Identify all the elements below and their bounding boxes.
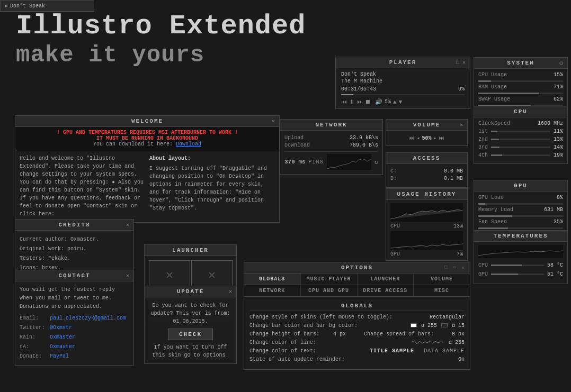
tab-drive-access[interactable]: DRIVE ACCESS [358,285,414,296]
options-header-icons: □ ○ ✕ [444,265,466,271]
player-vol-up[interactable]: ▲ [393,99,397,105]
player-prev-icon[interactable]: ⏮ [341,98,347,105]
welcome-close[interactable]: ✕ [272,118,276,124]
tab-globals[interactable]: GLOBALS [244,274,301,285]
opt-row-style: Change style of skins (left mouse to tog… [249,314,465,320]
rain-val[interactable]: Oxmaster [50,333,129,342]
tab-music-player[interactable]: MUSIC PLAYER [301,274,358,285]
launcher-header: LAUNCHER [145,245,236,256]
vol-prev-icon[interactable]: ⏮ [409,135,414,141]
ping-ms: 370 ms [284,159,306,165]
contact-panel: CONTACT ✕ You will get the fastest reply… [15,270,134,366]
player-stop-icon[interactable]: ⏹ [365,98,371,105]
twitter-val[interactable]: @Oxmstr [50,324,129,332]
credits-close[interactable]: ✕ [126,222,130,228]
warning-line1: ! GPU AND TEMPERATURES REQUIRES MSI AFTE… [18,130,276,135]
sys-swap-val: 62% [554,96,563,102]
vol-down-icon[interactable]: ◂ [416,135,420,141]
tab-cpu-gpu[interactable]: CPU AND GPU [301,285,358,296]
tab-launcher[interactable]: LAUNCHER [358,274,414,285]
volume-pct: 50% [422,135,431,141]
contact-close[interactable]: ✕ [126,272,130,279]
temp-gpu-fill [491,274,518,275]
player-next-icon[interactable]: ⏭ [357,98,363,105]
download-link[interactable]: Download [176,141,201,147]
launcher-icon-1[interactable]: ✕ [149,260,190,289]
opt-row-bar-color: Change bar color and bar bg color: α 255… [249,323,465,329]
opt-bar-color-val[interactable]: α 255 α 15 [409,323,465,329]
sys-ram-bar-fill [478,93,539,94]
donate-val[interactable]: PayPal [50,352,129,361]
cpu-usage-chart [390,203,463,222]
cpu-core1-fill [491,131,497,132]
ds-arrow-icon[interactable]: ▶ [5,3,8,9]
opt-row-line-color: Change color of line: α 255 [249,340,465,345]
sys-swap-label: SWAP Usage [478,96,510,102]
welcome-header: WELCOME ✕ [15,116,279,127]
upload-val: 33.9 kB\s [350,135,378,141]
player-vol-icon[interactable]: 🔊 [375,98,382,105]
temp-gpu-val: 51 °C [547,271,563,277]
options-minimize-icon[interactable]: □ [444,265,449,271]
player-close[interactable]: ✕ [462,59,467,66]
sys-cpu-bar-fill [478,80,491,82]
cpu-panel: CPU ClockSpeed 1600 MHz 1st 11% 2nd 13% … [474,106,568,164]
vol-mute-icon[interactable]: ⏭ [439,135,444,141]
launcher-icon-2[interactable]: ✕ [191,260,233,289]
opt-bar-spread-label: Change spread of bars: [364,331,434,337]
sys-cpu-bar [478,80,563,82]
player-minimize[interactable]: □ [456,60,460,66]
options-close-icon[interactable]: ✕ [461,265,466,271]
options-settings-icon[interactable]: ○ [453,265,457,271]
cpu-core1-bar [491,131,550,132]
opt-style-val[interactable]: Rectangular [430,314,465,320]
gpu-load-label: GPU Load [478,195,504,200]
player-progress[interactable] [341,94,465,95]
ping-refresh-icon[interactable]: ↻ [374,158,378,166]
usage-body: CPU 13% GPU 7% [386,200,467,260]
opt-line-color-val[interactable]: α 255 [409,340,465,345]
system-panel: SYSTEM ⚙ CPU Usage 15% RAM Usage 71% SWA… [474,57,568,112]
email-label: Email: [20,314,49,323]
tab-volume[interactable]: VOLUME [414,274,470,285]
tab-network[interactable]: NETWORK [244,285,301,296]
player-play-icon[interactable]: ⏸ [349,98,355,105]
opt-autoupdate-val[interactable]: On [458,357,465,362]
opt-text-color-val[interactable]: TITLE SAMPLE DATA SAMPLE [370,348,465,354]
opt-style-label: Change style of skins (left mouse to tog… [249,314,392,320]
cpu-clock-val: 1600 MHz [538,121,563,126]
temp-cpu-bar [491,265,544,266]
access-body: C: 0.0 MB D: 0.1 MB [386,164,467,187]
da-val[interactable]: Oxmaster [50,343,129,351]
system-gear-icon[interactable]: ⚙ [559,59,564,67]
player-time-row: 00:31/05:43 9% [341,86,465,92]
dontspeak-label: Don't Speak [10,3,45,9]
download-row: Download 789.0 B\s [284,142,378,148]
gpu-load-fill [478,203,485,205]
opt-bar-spread-val[interactable]: 8 px [452,331,465,337]
gpu-mem-val: 631 MB [544,207,563,213]
update-header: UPDATE ✕ [145,286,236,297]
ping-chart [327,154,371,170]
temp-header: TEMPERATURES [474,231,567,242]
update-close[interactable]: ✕ [229,288,233,295]
gpu-usage-chart [390,231,463,250]
vol-up-icon[interactable]: ▸ [434,135,437,141]
temp-gpu-row: GPU 51 °C [478,271,563,277]
player-time: 00:31/05:43 [341,86,376,92]
volume-close[interactable]: ✕ [460,122,464,128]
welcome-panel: WELCOME ✕ ! GPU AND TEMPERATURES REQUIRE… [15,115,280,223]
cpu-core3-val: 14% [554,144,563,150]
system-header: SYSTEM ⚙ [474,58,567,69]
player-vol-down[interactable]: ▼ [399,99,403,105]
cpu-core2-label: 2nd [478,136,488,142]
access-c-val: 0.0 MB [444,168,463,174]
tab-misc[interactable]: MISC [414,285,470,296]
opt-bar-height-val[interactable]: 4 px [333,331,346,337]
check-button[interactable]: CHECK [168,329,213,340]
player-volume: 5% [385,99,391,105]
sys-cpu-val: 15% [554,72,563,78]
da-label: dA: [20,343,49,351]
email-val[interactable]: paul.oleszczyk@gmail.com [50,314,129,323]
sub-title: make it yours [16,42,306,68]
